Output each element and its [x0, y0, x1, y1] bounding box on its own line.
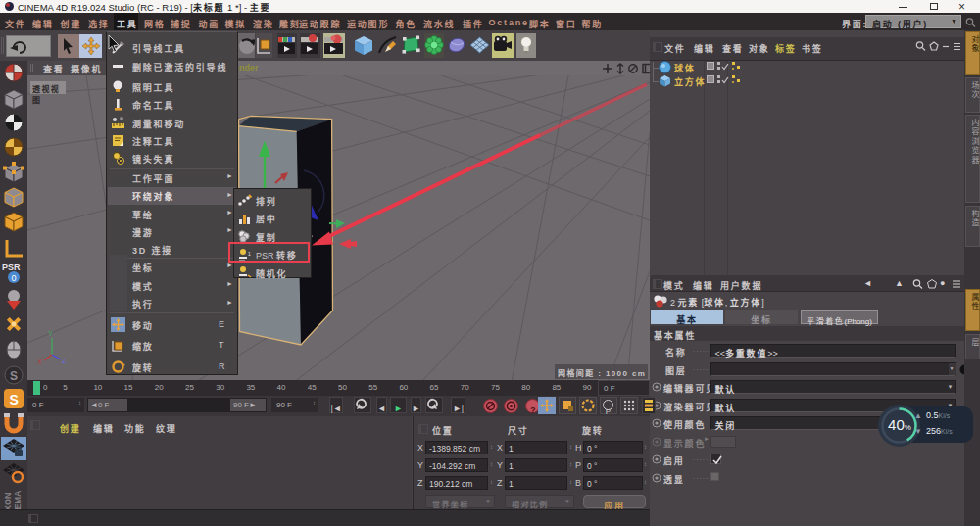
svg-text:0: 0	[12, 273, 17, 283]
svg-text:S: S	[10, 392, 19, 407]
svg-text:X: X	[37, 359, 42, 365]
svg-text:Y: Y	[48, 330, 53, 337]
svg-text:Z: Z	[62, 358, 67, 364]
svg-text:PSR: PSR	[2, 263, 21, 272]
svg-text:S: S	[10, 369, 18, 383]
